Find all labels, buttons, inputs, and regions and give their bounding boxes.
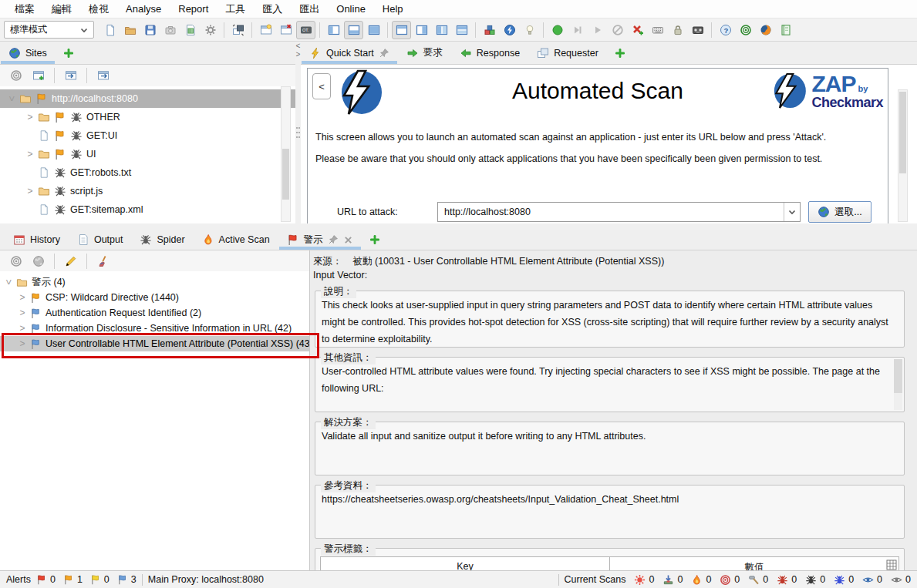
session-bulb-button[interactable] [256, 21, 275, 39]
tab-sites[interactable]: Sites [0, 42, 56, 64]
vertical-splitter[interactable]: < > [295, 42, 301, 223]
zap-update-button[interactable] [500, 21, 519, 39]
expander-icon[interactable]: > [19, 307, 26, 318]
scan-count-flame[interactable]: 0 [691, 574, 711, 586]
save-button[interactable] [140, 21, 160, 39]
tab-alerts[interactable]: 警示 [278, 230, 362, 250]
scan-count-hammer[interactable]: 0 [748, 574, 768, 586]
layout-max-button[interactable] [364, 21, 383, 39]
scan-count-target-red[interactable]: 0 [720, 574, 740, 586]
report-button[interactable] [180, 21, 200, 39]
alert-count-flag-red[interactable]: 0 [36, 574, 56, 585]
scan-count-download[interactable]: 0 [662, 574, 683, 586]
scan-count-spider-dark[interactable]: 0 [805, 574, 825, 586]
close-icon[interactable] [343, 235, 353, 245]
other-info-scrollbar[interactable] [894, 359, 902, 410]
step-forward-button[interactable] [568, 21, 587, 39]
scan-count-spider-red[interactable]: 0 [777, 574, 797, 586]
keyboard-button[interactable] [648, 21, 667, 39]
mode-select[interactable]: 標準模式 [4, 21, 94, 39]
layout-bottom-button[interactable] [344, 21, 363, 39]
tab-output[interactable]: Output [69, 230, 132, 250]
stop-slash-button[interactable] [608, 21, 627, 39]
notebook-button[interactable] [776, 21, 795, 39]
alert-count-flag-yellow[interactable]: 0 [90, 574, 110, 585]
alert-count-flag-blue[interactable]: 3 [117, 574, 137, 585]
x-add-button[interactable] [628, 21, 647, 39]
menu-item-9[interactable]: Help [374, 2, 412, 16]
panel-c-button[interactable] [432, 21, 451, 39]
tab-requester[interactable]: Requester [528, 42, 607, 64]
layout-sidebar-button[interactable] [324, 21, 343, 39]
tree-row-info-disclosure[interactable]: >Information Disclosure - Sensitive Info… [0, 321, 309, 336]
window-out-button[interactable] [93, 66, 113, 85]
tab-history[interactable]: History [5, 230, 69, 250]
collapse-left-arrow[interactable]: < [295, 42, 301, 50]
sites-scrollbar[interactable] [281, 86, 291, 222]
broom-button[interactable] [93, 252, 113, 270]
menu-item-0[interactable]: 檔案 [6, 1, 43, 18]
firefox-button[interactable] [756, 21, 775, 39]
scan-count-spider-blue[interactable]: 0 [834, 574, 854, 586]
tree-row-other[interactable]: >OTHER [0, 108, 295, 126]
tab-request[interactable]: 要求 [398, 42, 451, 64]
expand-right-arrow[interactable]: > [295, 50, 301, 59]
menu-item-3[interactable]: Analyse [117, 2, 170, 16]
panel-d-button[interactable] [452, 21, 471, 39]
open-folder-button[interactable] [120, 21, 140, 39]
menu-item-6[interactable]: 匯入 [254, 1, 291, 18]
expander-icon[interactable]: > [26, 112, 34, 123]
tree-row-user-controllable[interactable]: >User Controllable HTML Element Attribut… [0, 336, 309, 351]
tree-row-alerts-root[interactable]: >警示 (4) [0, 274, 309, 290]
expander-icon[interactable]: > [19, 292, 26, 303]
menu-item-7[interactable]: 匯出 [291, 1, 328, 18]
lock-button[interactable] [668, 21, 687, 39]
table-options-icon[interactable] [885, 559, 898, 570]
scan-count-eye-blue[interactable]: 0 [862, 574, 882, 586]
menu-item-4[interactable]: Report [170, 2, 217, 16]
scan-count-sunburst[interactable]: 0 [634, 574, 654, 586]
tree-row-localhost-8080[interactable]: >http://localhost:8080 [0, 89, 295, 108]
mode-ot-button[interactable]: OT. [296, 21, 315, 39]
settings-gear-button[interactable] [201, 21, 220, 39]
tab-spider[interactable]: Spider [131, 230, 193, 250]
globe-gray-button[interactable] [29, 252, 48, 270]
pencil-button[interactable] [61, 252, 80, 270]
expander-icon[interactable]: > [26, 149, 34, 160]
session-x-button[interactable] [276, 21, 295, 39]
tree-row-csp-wildcard[interactable]: >CSP: Wildcard Directive (1440) [0, 290, 309, 305]
tree-row-ui[interactable]: >UI [0, 145, 295, 163]
tape-button[interactable] [688, 21, 707, 39]
swap-panels-button[interactable] [228, 21, 248, 39]
snapshot-button[interactable] [160, 21, 180, 39]
menu-item-1[interactable]: 編輯 [43, 1, 80, 18]
menu-item-8[interactable]: Online [328, 2, 374, 16]
tags-column-value[interactable]: 數值 [610, 557, 898, 570]
target-gray-button[interactable] [6, 66, 25, 85]
pin-icon[interactable] [379, 48, 389, 59]
pin-icon[interactable] [328, 234, 339, 245]
record-green-button[interactable] [548, 21, 567, 39]
expander-icon[interactable]: > [3, 278, 14, 286]
window-in-button[interactable] [61, 66, 80, 85]
addon-blocks-button[interactable] [480, 21, 499, 39]
expander-icon[interactable]: > [19, 323, 26, 334]
scan-count-eye-gray[interactable]: 0 [891, 574, 911, 586]
expander-icon[interactable]: > [6, 95, 17, 102]
quickstart-scrollbar[interactable] [898, 89, 908, 222]
add-tab-button[interactable] [56, 42, 82, 64]
tab-quick-start[interactable]: Quick Start [301, 42, 398, 64]
tree-row-get-sitemap[interactable]: GET:sitemap.xml [0, 200, 295, 219]
tab-active-scan[interactable]: Active Scan [194, 230, 278, 250]
url-to-attack-input[interactable]: http://localhost:8080 [437, 202, 801, 222]
target-green-button[interactable] [736, 21, 755, 39]
alert-count-flag-orange[interactable]: 1 [63, 574, 83, 585]
tab-response[interactable]: Response [451, 42, 528, 64]
add-tab-button[interactable] [607, 42, 633, 64]
panel-a-button[interactable] [392, 21, 411, 39]
tree-row-auth-request[interactable]: >Authentication Request Identified (2) [0, 305, 309, 321]
add-tab-button[interactable] [362, 230, 388, 250]
expander-icon[interactable]: > [26, 186, 34, 197]
menu-item-5[interactable]: 工具 [217, 1, 254, 18]
expander-icon[interactable]: > [19, 338, 26, 349]
